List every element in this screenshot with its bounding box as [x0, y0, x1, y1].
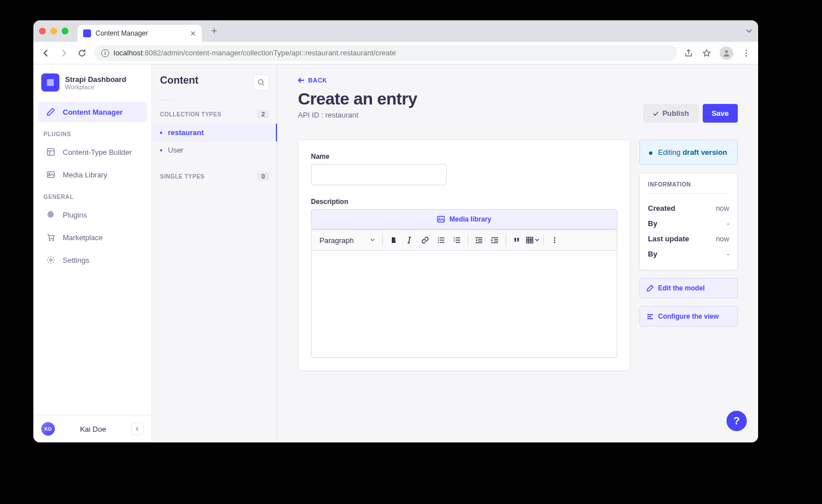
pencil-icon — [46, 107, 56, 117]
svg-point-13 — [438, 237, 439, 238]
window-zoom[interactable] — [62, 28, 68, 34]
separator — [382, 234, 383, 246]
collection-count: 2 — [257, 110, 269, 118]
svg-rect-16 — [440, 237, 444, 238]
user-avatar[interactable]: KD — [41, 422, 55, 436]
italic-icon[interactable] — [402, 233, 417, 247]
tab-bar: Content Manager ✕ + — [33, 20, 758, 42]
main-content: BACK Create an entry API ID : restaurant… — [278, 64, 758, 442]
single-count: 0 — [257, 172, 269, 180]
info-row: Last updatenow — [648, 231, 729, 246]
tabs-menu-icon[interactable] — [746, 28, 752, 34]
media-library-button[interactable]: Media library — [311, 209, 617, 229]
general-section-label: GENERAL — [33, 186, 152, 203]
logo-icon — [41, 73, 59, 92]
close-tab-icon[interactable]: ✕ — [190, 29, 196, 38]
image-icon — [46, 170, 56, 180]
help-button[interactable]: ? — [726, 411, 747, 431]
nav-back-icon[interactable] — [40, 47, 51, 59]
svg-rect-24 — [475, 237, 482, 238]
svg-point-15 — [438, 242, 439, 243]
svg-point-2 — [746, 52, 747, 54]
svg-rect-29 — [494, 239, 498, 240]
nav-forward-icon[interactable] — [58, 47, 70, 59]
api-id: API ID : restaurant — [298, 111, 417, 119]
save-button[interactable]: Save — [703, 104, 738, 123]
site-info-icon[interactable]: i — [101, 49, 109, 57]
separator — [505, 234, 506, 246]
separator — [543, 234, 544, 246]
brand-title: Strapi Dashboard — [65, 75, 126, 84]
nav-marketplace[interactable]: Marketplace — [38, 227, 147, 247]
svg-rect-27 — [475, 242, 482, 243]
svg-point-7 — [49, 240, 50, 241]
sidebar-secondary: Content COLLECTION TYPES 2 restaurant Us… — [152, 64, 278, 442]
editor-more-icon[interactable] — [547, 233, 562, 247]
traffic-lights — [39, 28, 68, 34]
info-card: INFORMATION Creatednow By- Last updateno… — [639, 173, 738, 270]
svg-rect-25 — [478, 239, 482, 240]
separator — [468, 234, 468, 246]
type-item-restaurant[interactable]: restaurant — [152, 124, 277, 141]
configure-view-button[interactable]: Configure the view — [639, 306, 738, 327]
svg-point-9 — [50, 259, 52, 261]
app-body: Strapi Dashboard Workplace Content Manag… — [33, 64, 758, 442]
bold-icon[interactable] — [386, 233, 401, 247]
browser-window: Content Manager ✕ + i localhost:8082/adm… — [33, 20, 758, 442]
description-label: Description — [311, 198, 617, 206]
publish-button[interactable]: Publish — [643, 104, 698, 123]
window-close[interactable] — [39, 28, 46, 34]
paragraph-select[interactable]: Paragraph — [316, 234, 379, 247]
numbered-list-icon[interactable]: 12 — [449, 233, 464, 247]
editor-textarea[interactable] — [311, 250, 617, 358]
nav-reload-icon[interactable] — [76, 47, 88, 59]
share-icon[interactable] — [683, 48, 694, 58]
bookmark-icon[interactable] — [702, 48, 712, 58]
indent-icon[interactable] — [487, 233, 502, 247]
bullet-icon — [160, 132, 162, 134]
svg-point-3 — [746, 55, 747, 57]
nav-plugins[interactable]: Plugins — [38, 205, 147, 225]
profile-avatar-icon[interactable] — [720, 46, 733, 60]
svg-point-8 — [53, 240, 54, 241]
back-link[interactable]: BACK — [298, 77, 738, 84]
page-title: Create an entry — [298, 89, 417, 108]
svg-point-10 — [258, 80, 263, 84]
table-icon[interactable] — [525, 233, 540, 247]
nav-content-type-builder[interactable]: Content-Type Builder — [38, 142, 147, 162]
edit-model-button[interactable]: Edit the model — [639, 278, 738, 298]
type-item-user[interactable]: User — [152, 141, 277, 159]
window-minimize[interactable] — [50, 28, 57, 34]
sidebar-main: Strapi Dashboard Workplace Content Manag… — [33, 64, 152, 442]
editor-toolbar: Paragraph 12 — [311, 229, 617, 250]
favicon-icon — [83, 29, 91, 37]
status-card: Editing draft version — [639, 140, 738, 165]
url-field[interactable]: i localhost:8082/admin/content-manager/c… — [94, 45, 677, 61]
name-input[interactable] — [311, 164, 447, 185]
nav-media-library[interactable]: Media Library — [38, 164, 147, 185]
status-dot-icon — [649, 151, 652, 155]
nav-content-manager[interactable]: Content Manager — [38, 102, 147, 122]
svg-point-35 — [554, 242, 555, 243]
link-icon[interactable] — [418, 233, 432, 247]
bullet-list-icon[interactable] — [434, 233, 448, 247]
new-tab-button[interactable]: + — [206, 23, 222, 39]
puzzle-icon — [46, 210, 56, 220]
info-row: By- — [648, 216, 729, 231]
divider — [160, 99, 174, 100]
quote-icon[interactable] — [509, 233, 524, 247]
url-text: localhost:8082/admin/content-manager/col… — [114, 49, 396, 57]
nav-settings[interactable]: Settings — [38, 250, 147, 270]
outdent-icon[interactable] — [471, 233, 486, 247]
url-bar: i localhost:8082/admin/content-manager/c… — [33, 42, 758, 64]
status-text: Editing draft version — [658, 148, 727, 157]
kebab-menu-icon[interactable] — [741, 48, 751, 58]
info-row: Creatednow — [648, 201, 729, 216]
user-name: Kai Doe — [60, 425, 126, 433]
search-button[interactable] — [253, 75, 269, 90]
collapse-sidebar-button[interactable] — [131, 423, 144, 435]
svg-point-1 — [746, 49, 747, 51]
browser-tab[interactable]: Content Manager ✕ — [77, 25, 202, 42]
svg-rect-28 — [491, 237, 498, 238]
svg-rect-30 — [494, 241, 498, 241]
